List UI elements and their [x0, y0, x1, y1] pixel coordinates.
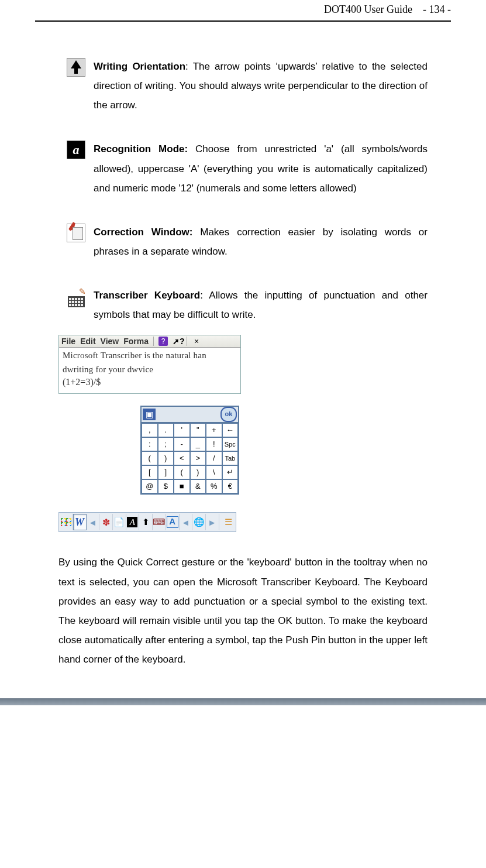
keyboard-small-icon: ⌨: [153, 517, 166, 527]
globe-icon: 🌐: [194, 517, 205, 527]
arrow-up-icon: [67, 58, 85, 77]
ts-text-math: (1+2=3)/$: [59, 376, 240, 393]
key[interactable]: ,: [142, 423, 158, 437]
tri-left-icon: ◄: [88, 517, 97, 527]
body-paragraph: By using the Quick Correct gesture or th…: [58, 553, 428, 669]
key[interactable]: \: [206, 465, 222, 479]
header-rule: [35, 20, 451, 22]
key[interactable]: %: [206, 479, 222, 493]
key[interactable]: <: [174, 451, 190, 465]
key[interactable]: +: [206, 423, 222, 437]
keyboard-button[interactable]: ⌨: [153, 514, 166, 530]
mode-a-button[interactable]: A: [126, 514, 140, 530]
stack-icon: ☰: [225, 517, 232, 527]
a-black-icon: A: [127, 517, 137, 527]
entry-heading: Recognition Mode:: [94, 143, 188, 155]
w-button[interactable]: W: [73, 514, 87, 530]
menu-view[interactable]: View: [101, 337, 119, 346]
key-backspace[interactable]: ←: [222, 423, 239, 437]
stack-button[interactable]: ☰: [222, 514, 236, 530]
entry-heading: Transcriber Keyboard: [94, 290, 200, 301]
entry-heading: Correction Window:: [94, 227, 192, 238]
doc-title: DOT400 User Guide: [324, 4, 412, 15]
footer-bar: [0, 698, 486, 705]
arrow-up-icon: ⬆: [142, 517, 150, 527]
menu-format[interactable]: Forma: [123, 337, 149, 346]
key[interactable]: @: [142, 479, 158, 493]
menu-edit[interactable]: Edit: [80, 337, 95, 346]
tooltray: W ◄ ✽ 📄 A ⬆ ⌨ A ◄ 🌐 ► ☰: [58, 512, 236, 532]
a-box-button[interactable]: A: [166, 514, 180, 530]
globe-button[interactable]: 🌐: [192, 514, 206, 530]
gear-icon: ✽: [102, 517, 110, 528]
page-number: - 134 -: [423, 4, 451, 15]
close-icon[interactable]: ×: [192, 337, 201, 346]
key[interactable]: :: [142, 437, 158, 451]
settings-button[interactable]: ✽: [99, 514, 113, 530]
transcriber-screenshot: File Edit View Forma ? ➚? × Microsoft Tr…: [58, 335, 241, 394]
push-pin-button[interactable]: ▣: [143, 409, 156, 420]
menu-file[interactable]: File: [61, 337, 75, 346]
key[interactable]: €: [222, 479, 239, 493]
key[interactable]: (: [174, 465, 190, 479]
ok-button[interactable]: ok: [220, 407, 237, 422]
key[interactable]: _: [190, 437, 206, 451]
key-tab[interactable]: Tab: [222, 451, 239, 465]
key[interactable]: ;: [158, 437, 174, 451]
triangle-right-icon: ►: [208, 517, 216, 527]
ts-menubar: File Edit View Forma ? ➚? ×: [59, 335, 240, 348]
prev-button[interactable]: ◄: [180, 514, 193, 530]
entry-writing-orientation: Writing Orientation: The arrow points ‘u…: [58, 57, 428, 115]
correction-window-icon: [67, 224, 85, 242]
tri-left-small[interactable]: ◄: [87, 514, 100, 530]
next-button[interactable]: ►: [206, 514, 219, 530]
note-icon: 📄: [113, 517, 125, 527]
note-button[interactable]: 📄: [113, 514, 126, 530]
key[interactable]: /: [206, 451, 222, 465]
key[interactable]: &: [190, 479, 206, 493]
key[interactable]: (: [142, 451, 158, 465]
key-space[interactable]: Spc: [222, 437, 239, 451]
help-q-icon[interactable]: ?: [158, 337, 168, 346]
w-icon: W: [75, 516, 84, 529]
key[interactable]: ': [174, 423, 190, 437]
key-enter[interactable]: ↵: [222, 465, 239, 479]
keyboard-grid: , . ' " + ← : ; - _ ! Spc ( ) < > / Tab …: [142, 423, 238, 493]
key[interactable]: -: [174, 437, 190, 451]
start-flag-icon: [61, 518, 71, 526]
key[interactable]: !: [206, 437, 222, 451]
key[interactable]: ]: [158, 465, 174, 479]
a-box-icon: A: [167, 516, 178, 528]
entry-recognition-mode: a Recognition Mode: Choose from unrestri…: [58, 139, 428, 197]
key[interactable]: [: [142, 465, 158, 479]
orientation-button[interactable]: ⬆: [139, 514, 153, 530]
key[interactable]: ): [190, 465, 206, 479]
key[interactable]: ": [190, 423, 206, 437]
ts-text-line1: Microsoft Transcriber is the natural han: [59, 348, 240, 362]
start-button[interactable]: [60, 514, 73, 530]
transcriber-keyboard-panel: ▣ ok , . ' " + ← : ; - _ ! Spc ( ) < > /: [140, 406, 239, 495]
triangle-left-icon: ◄: [181, 517, 190, 527]
page-header: DOT400 User Guide - 134 -: [35, 0, 451, 20]
ts-text-line2: dwriting for your dwvice: [59, 362, 240, 376]
context-help-icon[interactable]: ➚?: [173, 337, 182, 346]
key[interactable]: .: [158, 423, 174, 437]
key[interactable]: $: [158, 479, 174, 493]
letter-a-icon: a: [67, 140, 85, 159]
key[interactable]: ): [158, 451, 174, 465]
entry-transcriber-keyboard: ✎ Transcriber Keyboard: Allows the input…: [58, 286, 428, 324]
key[interactable]: >: [190, 451, 206, 465]
keyboard-icon: ✎: [66, 287, 86, 308]
entry-correction-window: Correction Window: Makes correction easi…: [58, 222, 428, 261]
key[interactable]: ■: [174, 479, 190, 493]
entry-heading: Writing Orientation: [94, 61, 185, 72]
